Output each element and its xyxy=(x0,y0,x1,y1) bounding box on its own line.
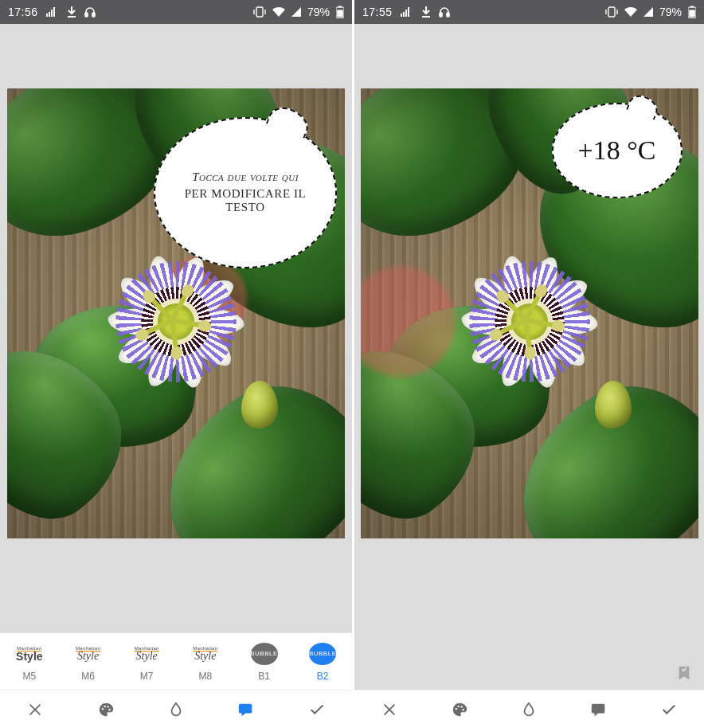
close-icon xyxy=(26,701,44,718)
opacity-button[interactable] xyxy=(506,694,551,726)
svg-rect-3 xyxy=(53,7,55,17)
svg-rect-17 xyxy=(405,10,407,17)
svg-rect-1 xyxy=(49,12,50,17)
bubble-line-1: Tocca due volte qui xyxy=(173,170,318,184)
svg-rect-7 xyxy=(256,7,263,17)
vibrate-icon xyxy=(605,6,618,18)
cell-icon xyxy=(291,7,301,17)
close-button[interactable] xyxy=(367,694,412,726)
phone-left: 17:56 79% xyxy=(0,0,352,728)
text-bubble-icon xyxy=(590,701,608,718)
status-battery-pct: 79% xyxy=(659,6,682,18)
signal-icon xyxy=(46,7,59,17)
svg-rect-10 xyxy=(337,10,343,18)
headphones-icon xyxy=(439,6,450,18)
check-icon xyxy=(660,701,678,718)
flower xyxy=(442,234,617,409)
svg-point-26 xyxy=(455,707,456,709)
palette-button[interactable] xyxy=(437,694,482,726)
opacity-button[interactable] xyxy=(154,694,198,726)
svg-rect-21 xyxy=(447,13,449,17)
speech-bubble[interactable]: Tocca due volte qui PER MODIFICARE IL TE… xyxy=(154,117,337,268)
bubble-line-2: PER MODIFICARE IL TESTO xyxy=(173,187,318,214)
battery-icon xyxy=(336,6,344,18)
svg-rect-25 xyxy=(689,10,695,18)
status-battery-pct: 79% xyxy=(307,6,330,18)
text-style-button[interactable] xyxy=(577,694,621,726)
status-time: 17:56 xyxy=(8,6,38,18)
photo[interactable]: +18 °C xyxy=(361,88,698,538)
wifi-icon xyxy=(624,7,637,17)
close-button[interactable] xyxy=(13,694,57,726)
svg-point-29 xyxy=(462,708,463,710)
confirm-button[interactable] xyxy=(295,694,339,726)
headphones-icon xyxy=(84,6,96,18)
status-bar: 17:55 79% xyxy=(354,0,704,24)
style-strip[interactable]: ManhattanStyle M5 ManhattanStyle M6 Manh… xyxy=(0,632,352,690)
palette-button[interactable] xyxy=(84,694,128,726)
signal-icon xyxy=(401,7,413,17)
status-time: 17:55 xyxy=(362,6,393,18)
svg-rect-15 xyxy=(401,14,402,17)
svg-point-12 xyxy=(104,705,105,706)
battery-icon xyxy=(688,6,696,18)
svg-rect-5 xyxy=(85,13,88,17)
drop-icon xyxy=(520,701,538,718)
svg-point-11 xyxy=(101,707,103,709)
photo[interactable]: Tocca due volte qui PER MODIFICARE IL TE… xyxy=(7,88,345,538)
svg-rect-2 xyxy=(51,10,53,17)
text-style-button[interactable] xyxy=(224,694,268,726)
confirm-button[interactable] xyxy=(647,694,691,726)
svg-point-28 xyxy=(460,706,462,707)
close-icon xyxy=(381,701,398,718)
bookmark-icon[interactable] xyxy=(674,663,694,683)
text-bubble-icon xyxy=(237,701,255,718)
bubble-text: +18 °C xyxy=(578,135,656,166)
svg-rect-16 xyxy=(403,12,405,17)
style-option-b2[interactable]: BUBBLE B2 xyxy=(293,633,352,690)
editor-canvas[interactable]: Tocca due volte qui PER MODIFICARE IL TE… xyxy=(0,24,352,632)
vibrate-icon xyxy=(253,6,266,18)
palette-icon xyxy=(97,701,115,718)
bottom-toolbar xyxy=(0,690,352,728)
svg-rect-4 xyxy=(68,16,76,18)
status-bar: 17:56 79% xyxy=(0,0,352,24)
svg-rect-22 xyxy=(608,7,615,17)
phone-right: 17:55 79% xyxy=(352,0,704,728)
palette-icon xyxy=(451,701,468,718)
style-option-m5[interactable]: ManhattanStyle M5 xyxy=(0,633,59,690)
svg-rect-20 xyxy=(440,13,442,17)
speech-bubble[interactable]: +18 °C xyxy=(552,103,682,198)
style-option-m8[interactable]: ManhattanStyle M8 xyxy=(176,633,235,690)
svg-rect-6 xyxy=(92,13,95,17)
svg-rect-18 xyxy=(408,7,409,17)
cell-icon xyxy=(643,7,653,17)
svg-rect-0 xyxy=(46,14,48,17)
bottom-toolbar xyxy=(354,690,704,728)
svg-point-14 xyxy=(108,708,110,710)
download-icon xyxy=(421,6,431,18)
svg-point-13 xyxy=(107,706,108,707)
check-icon xyxy=(308,701,326,718)
download-icon xyxy=(67,6,76,18)
style-option-b1[interactable]: BUBBLE B1 xyxy=(235,633,294,690)
editor-canvas[interactable]: +18 °C xyxy=(354,24,704,690)
drop-icon xyxy=(167,701,185,718)
svg-rect-19 xyxy=(422,16,430,18)
svg-point-27 xyxy=(457,705,459,706)
style-option-m7[interactable]: ManhattanStyle M7 xyxy=(117,633,176,690)
style-option-m6[interactable]: ManhattanStyle M6 xyxy=(59,633,118,690)
wifi-icon xyxy=(272,7,285,17)
